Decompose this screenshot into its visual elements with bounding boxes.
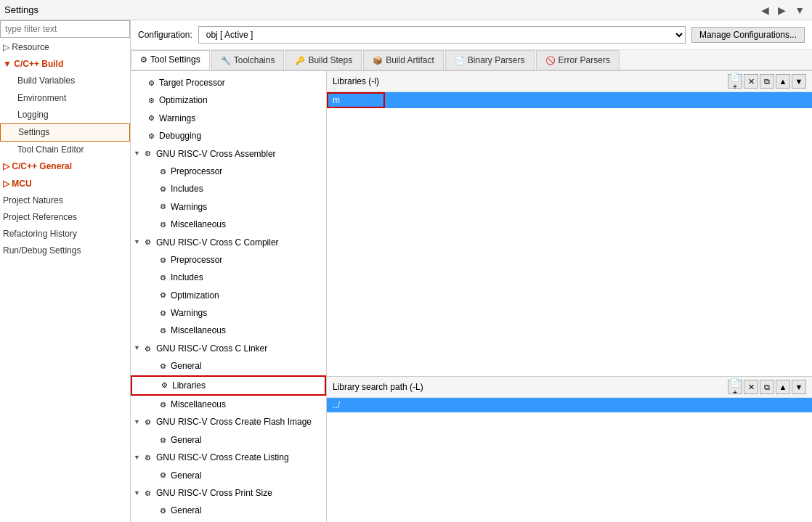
- tab-build-steps-label: Build Steps: [308, 55, 352, 65]
- tool-tree-warnings-main[interactable]: ⚙ Warnings: [131, 110, 326, 127]
- listing-collapse-icon: ▼: [134, 452, 140, 463]
- tab-build-steps[interactable]: 🔑 Build Steps: [285, 50, 362, 70]
- linker-collapse-icon: ▼: [134, 343, 140, 354]
- compiler-includes-icon: ⚙: [157, 272, 169, 283]
- tab-error-parsers-label: Error Parsers: [559, 55, 610, 65]
- settings-panel: Libraries (-l) 📄+ ✕ ⧉: [327, 71, 812, 522]
- libpath-copy-icon: ⧉: [764, 383, 770, 392]
- sidebar: ▷ Resource ▼ C/C++ Build Build Variables…: [0, 20, 131, 522]
- tab-toolchains[interactable]: 🔧 Toolchains: [211, 50, 285, 70]
- dropdown-button[interactable]: ▼: [792, 3, 808, 17]
- manage-configurations-button[interactable]: Manage Configurations...: [691, 27, 805, 43]
- library-path-toolbar: 📄+ ✕ ⧉ ▲ ▼: [728, 380, 806, 394]
- sidebar-item-toolchain-editor[interactable]: Tool Chain Editor: [0, 142, 130, 158]
- config-label: Configuration:: [138, 30, 192, 40]
- compiler-collapse-icon: ▼: [134, 237, 140, 248]
- libpath-add-icon: 📄+: [728, 378, 742, 396]
- lib-copy-icon: ⧉: [764, 77, 770, 86]
- tool-tree-optimization-main[interactable]: ⚙ Optimization: [131, 91, 326, 109]
- sidebar-item-environment[interactable]: Environment: [0, 90, 130, 107]
- debugging-icon: ⚙: [145, 130, 157, 142]
- library-path-section: Library search path (-L) 📄+ ✕ ⧉: [327, 377, 812, 522]
- libraries-header: Libraries (-l) 📄+ ✕ ⧉: [327, 71, 812, 92]
- sidebar-item-project-natures[interactable]: Project Natures: [0, 192, 130, 209]
- sidebar-item-refactoring-history[interactable]: Refactoring History: [0, 226, 130, 242]
- back-button[interactable]: ◀: [758, 3, 772, 17]
- linker-misc-icon: ⚙: [157, 399, 169, 410]
- assembler-icon: ⚙: [142, 148, 154, 160]
- tool-tree-assembler-includes[interactable]: ⚙ Includes: [131, 180, 326, 197]
- libraries-list: [327, 92, 812, 376]
- tool-tree-target-processor[interactable]: ⚙ Target Processor: [131, 74, 326, 91]
- tool-tree-compiler-preprocessor[interactable]: ⚙ Preprocessor: [131, 251, 326, 269]
- lib-copy-button[interactable]: ⧉: [760, 74, 774, 89]
- tool-tree-gnu-assembler[interactable]: ▼ ⚙ GNU RISC-V Cross Assembler: [131, 145, 326, 163]
- tool-tree-linker-libraries[interactable]: ⚙ Libraries: [131, 375, 326, 396]
- compiler-warnings-icon: ⚙: [157, 307, 169, 319]
- assembler-collapse-icon: ▼: [134, 148, 140, 159]
- tool-tree-assembler-warnings[interactable]: ⚙ Warnings: [131, 198, 326, 216]
- sidebar-item-run-debug-settings[interactable]: Run/Debug Settings: [0, 242, 130, 259]
- tool-tree-compiler-optimization[interactable]: ⚙ Optimization: [131, 287, 326, 304]
- sidebar-item-cpp-build[interactable]: ▼ C/C++ Build: [0, 56, 130, 73]
- tab-tool-settings[interactable]: ⚙ Tool Settings: [131, 50, 210, 70]
- tool-tree-compiler-includes[interactable]: ⚙ Includes: [131, 269, 326, 286]
- tool-tree-print-size-general[interactable]: ⚙ General: [131, 502, 326, 519]
- split-pane: ⚙ Target Processor ⚙ Optimization ⚙ Warn…: [131, 71, 812, 522]
- lib-add-button[interactable]: 📄+: [728, 74, 742, 89]
- lib-up-button[interactable]: ▲: [776, 74, 790, 89]
- tool-tree-gnu-linker[interactable]: ▼ ⚙ GNU RISC-V Cross C Linker: [131, 340, 326, 357]
- sidebar-item-project-references[interactable]: Project References: [0, 209, 130, 226]
- tool-tree-assembler-misc[interactable]: ⚙ Miscellaneous: [131, 216, 326, 233]
- sidebar-item-settings[interactable]: Settings: [0, 123, 130, 142]
- lib-up-icon: ▲: [779, 77, 787, 86]
- compiler-icon: ⚙: [142, 237, 154, 248]
- sidebar-item-cpp-general[interactable]: ▷ C/C++ General: [0, 158, 130, 175]
- tab-error-parsers[interactable]: 🚫 Error Parsers: [536, 50, 620, 70]
- library-path-header: Library search path (-L) 📄+ ✕ ⧉: [327, 377, 812, 398]
- binary-parsers-icon: 📄: [455, 56, 465, 65]
- tool-tree-compiler-warnings[interactable]: ⚙ Warnings: [131, 304, 326, 322]
- filter-input[interactable]: [0, 20, 130, 38]
- lib-delete-button[interactable]: ✕: [744, 74, 758, 89]
- toolchains-icon: 🔧: [221, 56, 231, 65]
- tool-tree-gnu-listing[interactable]: ▼ ⚙ GNU RISC-V Cross Create Listing: [131, 449, 326, 466]
- tool-tree-assembler-preprocessor[interactable]: ⚙ Preprocessor: [131, 163, 326, 180]
- lib-down-button[interactable]: ▼: [792, 74, 806, 89]
- libpath-delete-button[interactable]: ✕: [744, 380, 758, 394]
- flash-general-icon: ⚙: [157, 434, 169, 446]
- compiler-optimization-icon: ⚙: [157, 290, 169, 301]
- linker-icon: ⚙: [142, 343, 154, 354]
- tool-tree-flash-general[interactable]: ⚙ General: [131, 431, 326, 449]
- tool-settings-icon: ⚙: [140, 55, 147, 65]
- tool-tree-gnu-compiler[interactable]: ▼ ⚙ GNU RISC-V Cross C Compiler: [131, 234, 326, 251]
- sidebar-item-mcu[interactable]: ▷ MCU: [0, 176, 130, 192]
- listing-icon: ⚙: [142, 452, 154, 463]
- library-item-m[interactable]: [327, 92, 812, 108]
- tool-tree-linker-general[interactable]: ⚙ General: [131, 357, 326, 375]
- error-parsers-icon: 🚫: [545, 56, 556, 65]
- tool-tree-gnu-flash[interactable]: ▼ ⚙ GNU RISC-V Cross Create Flash Image: [131, 413, 326, 431]
- library-path-item-dotdot[interactable]: ../: [327, 398, 812, 412]
- libraries-title: Libraries (-l): [333, 76, 379, 86]
- sidebar-item-build-variables[interactable]: Build Variables: [0, 73, 130, 89]
- compiler-misc-icon: ⚙: [157, 325, 169, 337]
- tab-build-artifact-label: Build Artifact: [386, 55, 434, 65]
- tool-tree-linker-misc[interactable]: ⚙ Miscellaneous: [131, 396, 326, 413]
- library-edit-input[interactable]: [327, 92, 385, 108]
- libpath-down-button[interactable]: ▼: [792, 380, 806, 394]
- libpath-add-button[interactable]: 📄+: [728, 380, 742, 394]
- tool-tree-debugging[interactable]: ⚙ Debugging: [131, 127, 326, 144]
- tab-binary-parsers[interactable]: 📄 Binary Parsers: [445, 50, 535, 70]
- tool-tree-compiler-misc[interactable]: ⚙ Miscellaneous: [131, 322, 326, 339]
- libpath-copy-button[interactable]: ⧉: [760, 380, 774, 394]
- tab-build-artifact[interactable]: 📦 Build Artifact: [363, 50, 444, 70]
- sidebar-item-resource[interactable]: ▷ Resource: [0, 39, 130, 56]
- tool-tree-listing-general[interactable]: ⚙ General: [131, 467, 326, 484]
- forward-button[interactable]: ▶: [775, 3, 789, 17]
- config-select[interactable]: obj [ Active ]: [198, 26, 686, 44]
- libpath-up-button[interactable]: ▲: [776, 380, 790, 394]
- sidebar-item-logging[interactable]: Logging: [0, 107, 130, 123]
- print-size-general-icon: ⚙: [157, 505, 169, 517]
- tool-tree-gnu-print-size[interactable]: ▼ ⚙ GNU RISC-V Cross Print Size: [131, 484, 326, 502]
